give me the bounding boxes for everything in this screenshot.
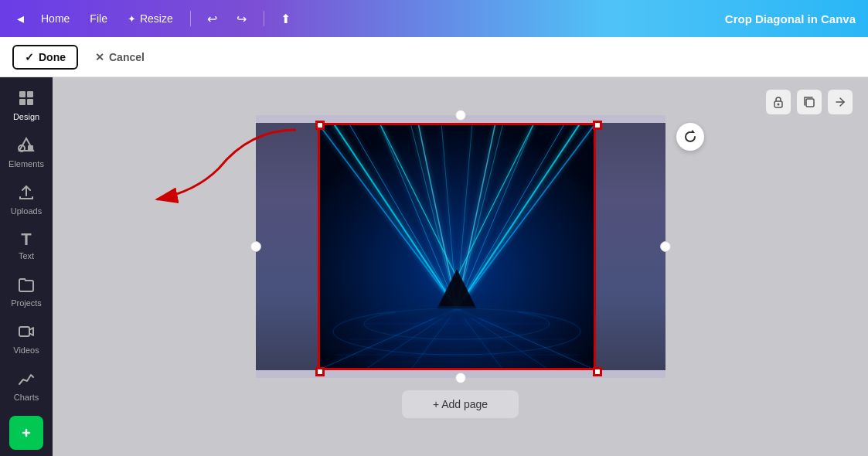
videos-icon bbox=[18, 323, 35, 342]
back-button[interactable]: ◂ bbox=[12, 7, 29, 30]
resize-icon: ✦ bbox=[128, 13, 136, 25]
charts-icon bbox=[18, 370, 35, 390]
sidebar-label-text: Text bbox=[19, 251, 34, 260]
sidebar-label-projects: Projects bbox=[11, 298, 42, 308]
sidebar-item-charts[interactable]: Charts bbox=[3, 364, 49, 408]
svg-rect-0 bbox=[19, 91, 26, 97]
sidebar-item-uploads[interactable]: Uploads bbox=[3, 178, 49, 222]
sidebar-item-text[interactable]: T Text bbox=[3, 225, 49, 267]
crop-handle-tl[interactable] bbox=[315, 121, 325, 130]
sidebar-label-charts: Charts bbox=[14, 393, 39, 402]
resize-handle-top[interactable] bbox=[455, 110, 466, 121]
canvas-area[interactable]: + Add page bbox=[53, 77, 868, 456]
done-button[interactable]: ✓ Done bbox=[12, 45, 78, 70]
sidebar-label-elements: Elements bbox=[9, 159, 44, 168]
sidebar-label-videos: Videos bbox=[13, 345, 39, 355]
resize-handle-bottom[interactable] bbox=[455, 373, 466, 383]
svg-rect-7 bbox=[19, 327, 29, 336]
sidebar-bottom bbox=[9, 416, 43, 450]
design-icon bbox=[18, 90, 35, 109]
duplicate-button[interactable] bbox=[797, 90, 822, 114]
cancel-label: Cancel bbox=[109, 51, 145, 63]
elements-icon bbox=[18, 137, 35, 156]
svg-rect-3 bbox=[27, 99, 33, 105]
sidebar-label-design: Design bbox=[13, 112, 39, 121]
check-icon: ✓ bbox=[25, 51, 34, 63]
rotation-handle[interactable] bbox=[676, 123, 704, 151]
divider bbox=[190, 11, 191, 26]
sidebar: Design Elements Uploads bbox=[0, 77, 53, 456]
divider2 bbox=[264, 11, 264, 26]
projects-icon bbox=[18, 276, 35, 295]
svg-marker-44 bbox=[690, 130, 695, 133]
main-image bbox=[318, 123, 596, 370]
page-title: Crop Diagonal in Canva bbox=[725, 12, 856, 26]
resize-nav[interactable]: ✦ Resize bbox=[120, 9, 181, 28]
svg-rect-1 bbox=[27, 91, 33, 97]
topbar-left: ◂ Home File ✦ Resize ↩ ↪ ⬆ bbox=[12, 6, 298, 31]
crop-handle-bl[interactable] bbox=[315, 367, 325, 376]
resize-handle-right[interactable] bbox=[660, 241, 671, 252]
undo-button[interactable]: ↩ bbox=[200, 6, 225, 31]
sidebar-item-projects[interactable]: Projects bbox=[3, 270, 49, 314]
cancel-button[interactable]: ✕ Cancel bbox=[84, 46, 155, 68]
sidebar-label-uploads: Uploads bbox=[11, 206, 42, 216]
apps-button[interactable] bbox=[9, 416, 43, 450]
sidebar-item-videos[interactable]: Videos bbox=[3, 317, 49, 361]
sidebar-item-design[interactable]: Design bbox=[3, 83, 49, 128]
crop-handle-br[interactable] bbox=[593, 367, 602, 376]
done-label: Done bbox=[39, 51, 66, 63]
main: Design Elements Uploads bbox=[0, 77, 868, 456]
svg-rect-11 bbox=[806, 99, 814, 107]
cloud-save-button[interactable]: ⬆ bbox=[274, 6, 298, 31]
add-page-button[interactable]: + Add page bbox=[402, 390, 519, 418]
sidebar-item-elements[interactable]: Elements bbox=[3, 131, 49, 175]
canvas-top-icons bbox=[766, 90, 853, 114]
svg-rect-13 bbox=[318, 123, 596, 370]
file-nav[interactable]: File bbox=[82, 9, 115, 28]
svg-rect-5 bbox=[28, 145, 33, 151]
svg-point-10 bbox=[778, 104, 780, 106]
resize-handle-left[interactable] bbox=[250, 241, 261, 252]
topbar: ◂ Home File ✦ Resize ↩ ↪ ⬆ Crop Diagonal… bbox=[0, 0, 868, 37]
image-frame[interactable] bbox=[256, 115, 665, 378]
svg-rect-2 bbox=[19, 99, 26, 105]
home-nav[interactable]: Home bbox=[33, 9, 77, 28]
text-icon: T bbox=[21, 231, 31, 248]
svg-point-43 bbox=[395, 306, 519, 318]
x-icon: ✕ bbox=[95, 51, 104, 63]
crop-handle-tr[interactable] bbox=[593, 121, 602, 130]
lock-button[interactable] bbox=[766, 90, 791, 114]
redo-button[interactable]: ↪ bbox=[230, 6, 254, 31]
more-options-button[interactable] bbox=[828, 90, 853, 114]
uploads-icon bbox=[18, 184, 35, 203]
actionbar: ✓ Done ✕ Cancel bbox=[0, 37, 868, 77]
